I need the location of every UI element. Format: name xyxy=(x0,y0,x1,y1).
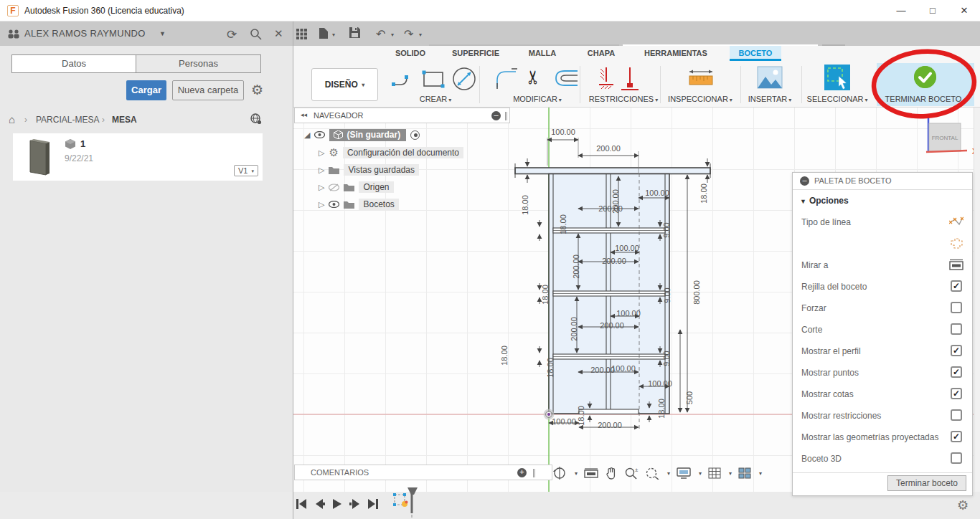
comments-panel[interactable]: COMENTARIOS + xyxy=(294,465,552,480)
search-icon[interactable] xyxy=(250,28,262,40)
home-icon[interactable]: ⌂ xyxy=(9,113,15,125)
offset-tool-icon[interactable] xyxy=(553,67,579,89)
close-button[interactable]: ✕ xyxy=(948,0,980,22)
chevron-down-icon[interactable]: ▾ xyxy=(759,470,762,477)
tab-solido[interactable]: SOLIDO xyxy=(387,46,434,61)
tab-datos[interactable]: Datos xyxy=(11,54,136,73)
insert-image-icon[interactable] xyxy=(757,66,783,89)
constraint-vertical-icon[interactable] xyxy=(596,66,616,92)
expand-triangle-icon[interactable]: ◢ xyxy=(304,130,310,140)
checkbox-boceto3d[interactable] xyxy=(951,452,962,464)
timeline-sketch-marker[interactable] xyxy=(390,487,419,518)
create-line-tool-icon[interactable] xyxy=(391,69,417,90)
root-label-wrap[interactable]: (Sin guardar) xyxy=(329,129,406,141)
checkbox-cotas[interactable]: ✓ xyxy=(951,388,962,399)
upload-button[interactable]: Cargar xyxy=(126,80,166,100)
chevron-down-icon[interactable]: ▾ xyxy=(575,470,578,477)
checkbox-restricciones[interactable] xyxy=(951,409,962,421)
tree-item-bocetos[interactable]: ▷ Bocetos xyxy=(319,197,399,211)
create-rectangle-tool-icon[interactable] xyxy=(421,69,447,90)
tree-item-saved-views[interactable]: ▷ Vistas guardadas xyxy=(319,163,419,177)
data-panel-gear-icon[interactable]: ⚙ xyxy=(251,82,263,98)
viewports-icon[interactable] xyxy=(738,467,751,479)
panel-grip[interactable] xyxy=(505,112,507,120)
collapse-icon[interactable]: ◂◂ xyxy=(301,111,307,118)
tree-item-label[interactable]: Vistas guardadas xyxy=(344,164,419,176)
tree-item-doc-settings[interactable]: ▷ ⚙ Configuración del documento xyxy=(319,146,463,160)
tab-boceto[interactable]: BOCETO xyxy=(730,46,781,61)
go-to-start-icon[interactable] xyxy=(296,498,307,510)
display-settings-icon[interactable] xyxy=(677,467,691,479)
group-inspeccionar[interactable]: INSPECCIONAR▾ xyxy=(656,95,744,103)
minimize-panel-icon[interactable]: – xyxy=(491,111,501,120)
group-restricciones[interactable]: RESTRICCIONES▾ xyxy=(584,95,663,103)
chevron-down-icon[interactable]: ▾ xyxy=(667,470,670,477)
zoom-window-icon[interactable] xyxy=(645,467,659,480)
tree-item-label[interactable]: Configuración del documento xyxy=(343,147,463,158)
chevron-down-icon[interactable]: ▼ xyxy=(159,30,166,37)
terminar-boceto-button[interactable]: Terminar boceto xyxy=(887,475,966,491)
expand-triangle-icon[interactable]: ▷ xyxy=(319,148,324,158)
add-comment-icon[interactable]: + xyxy=(517,468,527,477)
zoom-icon[interactable]: ± xyxy=(624,467,639,480)
group-crear[interactable]: CREAR▾ xyxy=(405,95,466,103)
construction-geometry-icon[interactable] xyxy=(949,237,963,250)
constraint-horizontal-icon[interactable] xyxy=(620,66,640,92)
breadcrumb-parcial-mesa[interactable]: PARCIAL-MESA xyxy=(36,115,99,125)
expand-triangle-icon[interactable]: ▷ xyxy=(319,183,324,192)
scrollbar-strip[interactable] xyxy=(974,108,980,492)
redo-icon[interactable]: ↷ xyxy=(404,27,413,41)
panel-grip[interactable] xyxy=(533,469,535,477)
group-modificar[interactable]: MODIFICAR▾ xyxy=(503,95,572,103)
group-insertar[interactable]: INSERTAR▾ xyxy=(738,95,801,103)
expand-triangle-icon[interactable]: ▷ xyxy=(319,200,324,209)
checkbox-perfil[interactable]: ✓ xyxy=(951,345,962,356)
expand-triangle-icon[interactable]: ▷ xyxy=(319,166,324,175)
tree-item-origen[interactable]: ▷ Origen xyxy=(319,180,394,194)
version-dropdown[interactable]: V1 ▾ xyxy=(234,165,258,176)
checkbox-puntos[interactable]: ✓ xyxy=(951,366,962,378)
tab-malla[interactable]: MALLA xyxy=(520,46,565,61)
measure-tool-icon[interactable] xyxy=(687,67,715,87)
activate-radio-icon[interactable] xyxy=(410,130,420,140)
globe-view-icon[interactable] xyxy=(250,113,263,125)
refresh-icon[interactable]: ⟳ xyxy=(227,27,237,42)
step-forward-icon[interactable] xyxy=(349,498,361,510)
visibility-eye-icon[interactable] xyxy=(329,201,339,208)
tab-personas[interactable]: Personas xyxy=(136,54,261,73)
palette-header[interactable]: – PALETA DE BOCETO xyxy=(793,173,972,190)
file-name[interactable]: 1 xyxy=(80,138,85,149)
viewcube[interactable]: FRONTAL X xyxy=(911,108,980,165)
checkbox-corte[interactable] xyxy=(951,323,962,335)
create-circle-tool-icon[interactable] xyxy=(451,66,477,92)
visibility-off-eye-icon[interactable] xyxy=(329,184,339,191)
tree-item-label[interactable]: Bocetos xyxy=(359,199,398,210)
checkbox-forzar[interactable] xyxy=(951,302,962,313)
design-workspace-dropdown[interactable]: DISEÑO ▾ xyxy=(311,68,378,101)
fillet-tool-icon[interactable] xyxy=(496,67,519,90)
tab-chapa[interactable]: CHAPA xyxy=(579,46,623,61)
checkbox-rejilla[interactable]: ✓ xyxy=(951,280,962,292)
undo-icon[interactable]: ↶ xyxy=(376,27,385,41)
pan-hand-icon[interactable] xyxy=(605,467,618,480)
section-opciones[interactable]: ▼Opciones xyxy=(798,196,849,206)
group-seleccionar[interactable]: SELECCIONAR▾ xyxy=(799,95,875,103)
file-card[interactable]: 1 9/22/21 V1 ▾ xyxy=(13,133,263,181)
minimize-button[interactable]: — xyxy=(885,0,917,22)
step-back-icon[interactable] xyxy=(314,498,325,510)
sketch-origin-point[interactable] xyxy=(544,409,555,420)
grid-settings-icon[interactable] xyxy=(708,467,721,479)
linetype-icon[interactable] xyxy=(949,216,963,229)
settings-gear-icon[interactable]: ⚙ xyxy=(957,497,969,513)
close-panel-icon[interactable]: ✕ xyxy=(274,27,283,40)
file-menu-icon[interactable] xyxy=(319,27,329,39)
chevron-down-icon[interactable]: ▾ xyxy=(729,470,732,477)
finish-sketch-button[interactable]: TERMINAR BOCETO▾ xyxy=(877,63,974,106)
new-folder-button[interactable]: Nueva carpeta xyxy=(172,80,244,100)
chevron-down-icon[interactable]: ▾ xyxy=(332,32,335,38)
go-to-end-icon[interactable] xyxy=(367,498,379,510)
checkbox-geometrias[interactable]: ✓ xyxy=(951,431,962,442)
look-at-icon[interactable] xyxy=(949,259,963,271)
visibility-eye-icon[interactable] xyxy=(314,131,325,138)
look-at-icon[interactable] xyxy=(584,467,598,479)
